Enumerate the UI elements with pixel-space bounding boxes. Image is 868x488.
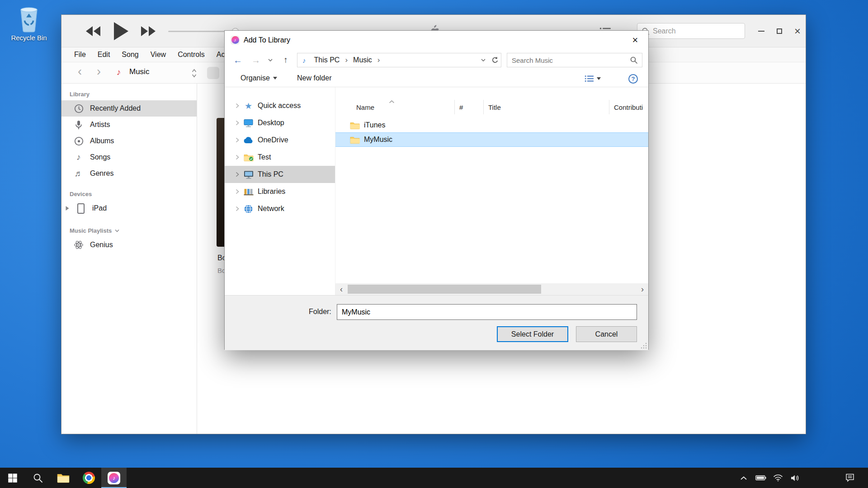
sidebar-item-ipad[interactable]: iPad: [61, 200, 197, 216]
volume-status[interactable]: [787, 468, 804, 488]
start-button[interactable]: [0, 468, 25, 488]
tree-item-libraries[interactable]: Libraries: [225, 183, 335, 200]
menu-item-edit[interactable]: Edit: [92, 51, 116, 59]
tree-item-test[interactable]: Test: [225, 149, 335, 166]
minimize-button[interactable]: [752, 15, 770, 47]
expand-chevron-icon[interactable]: [236, 120, 239, 126]
organise-label: Organise: [241, 74, 270, 82]
sidebar-item-label: Genres: [90, 169, 113, 178]
organise-button[interactable]: Organise: [241, 74, 277, 82]
recent-locations-dropdown[interactable]: [265, 56, 275, 64]
selector-chevrons-icon[interactable]: [192, 68, 197, 78]
playlists-section-header[interactable]: Music Playlists: [70, 227, 197, 234]
back-button[interactable]: ‹: [78, 65, 82, 79]
column-label: #: [459, 103, 463, 111]
file-row-itunes[interactable]: iTunes: [335, 118, 648, 132]
select-folder-button[interactable]: Select Folder: [497, 326, 568, 342]
column-header-name[interactable]: Name: [335, 100, 455, 114]
breadcrumb-separator-icon[interactable]: ›: [341, 56, 351, 65]
folder-name-input[interactable]: [337, 304, 637, 320]
rewind-button[interactable]: [86, 26, 100, 36]
help-button[interactable]: ?: [628, 74, 638, 84]
menu-item-controls[interactable]: Controls: [172, 51, 211, 59]
tree-item-label: Network: [258, 205, 284, 213]
new-folder-button[interactable]: New folder: [297, 74, 331, 82]
disclosure-triangle-icon[interactable]: [65, 206, 70, 211]
column-header-title[interactable]: Title: [484, 100, 609, 114]
maximize-button[interactable]: [770, 15, 788, 47]
nav-up-button[interactable]: ↑: [279, 53, 292, 67]
dialog-search-box[interactable]: [507, 53, 642, 67]
sidebar-item-recently-added[interactable]: Recently Added: [61, 100, 197, 117]
breadcrumb-this-pc[interactable]: This PC: [312, 56, 342, 64]
breadcrumb-separator-icon[interactable]: ›: [374, 56, 384, 65]
cancel-button[interactable]: Cancel: [576, 326, 637, 342]
close-button[interactable]: ×: [788, 15, 807, 47]
sort-ascending-icon: [389, 100, 395, 103]
itunes-search-box[interactable]: [637, 23, 745, 39]
battery-status[interactable]: [752, 468, 769, 488]
folder-icon: [350, 122, 360, 129]
tree-item-onedrive[interactable]: OneDrive: [225, 131, 335, 149]
dialog-titlebar[interactable]: ♪ Add To Library: [225, 31, 648, 49]
devices-section-label: Devices: [70, 191, 92, 197]
expand-chevron-icon[interactable]: [236, 155, 239, 160]
resize-grip[interactable]: [641, 343, 647, 349]
sidebar-item-genius[interactable]: Genius: [61, 237, 197, 253]
nav-forward-button[interactable]: →: [249, 53, 263, 67]
menu-item-song[interactable]: Song: [116, 51, 144, 59]
scroll-right-arrow[interactable]: ›: [637, 283, 648, 295]
network-status[interactable]: [769, 468, 787, 488]
expand-chevron-icon[interactable]: [236, 189, 239, 194]
libraries-icon: [243, 188, 254, 196]
breadcrumb-music[interactable]: Music: [351, 56, 374, 64]
fast-forward-button[interactable]: [141, 26, 156, 36]
taskbar-itunes-button[interactable]: ♪: [101, 468, 127, 488]
taskbar-chrome-button[interactable]: [76, 468, 101, 488]
tree-item-label: This PC: [258, 170, 283, 178]
sidebar-item-genres[interactable]: ♬ Genres: [61, 165, 197, 182]
expand-chevron-icon[interactable]: [236, 172, 239, 177]
column-headers: Name # Title Contributi: [335, 100, 648, 114]
expand-chevron-icon[interactable]: [236, 137, 239, 143]
dialog-close-button[interactable]: ×: [622, 31, 648, 49]
tree-item-this-pc[interactable]: This PC: [225, 166, 335, 183]
nav-back-button[interactable]: ←: [231, 53, 245, 67]
sidebar-item-songs[interactable]: ♪ Songs: [61, 149, 197, 165]
address-bar[interactable]: ♪ This PC › Music ›: [297, 53, 501, 67]
hidden-icons-button[interactable]: [735, 468, 752, 488]
itunes-sidebar: Library Recently Added Artists: [61, 84, 197, 434]
action-center-button[interactable]: [839, 468, 861, 488]
column-header-number[interactable]: #: [455, 100, 484, 114]
expand-chevron-icon[interactable]: [236, 206, 239, 211]
dialog-search-input[interactable]: [512, 56, 627, 64]
sidebar-item-artists[interactable]: Artists: [61, 117, 197, 133]
itunes-search-input[interactable]: [653, 27, 740, 35]
view-options-button[interactable]: [207, 67, 219, 79]
horizontal-scrollbar[interactable]: ‹ ›: [335, 283, 648, 295]
taskbar-file-explorer-button[interactable]: [51, 468, 76, 488]
menu-item-view[interactable]: View: [145, 51, 172, 59]
scrollbar-thumb[interactable]: [348, 285, 541, 294]
star-icon: ★: [243, 102, 254, 110]
expand-chevron-icon[interactable]: [236, 103, 239, 108]
menu-item-file[interactable]: File: [68, 51, 92, 59]
recycle-bin-shortcut[interactable]: Recycle Bin: [7, 5, 51, 42]
tree-item-desktop[interactable]: Desktop: [225, 114, 335, 131]
media-type-selector[interactable]: Music: [129, 67, 149, 76]
refresh-icon[interactable]: [489, 56, 501, 64]
taskbar-search-button[interactable]: [25, 468, 51, 488]
change-view-button[interactable]: [585, 75, 601, 82]
tree-item-network[interactable]: Network: [225, 200, 335, 217]
tree-item-quick-access[interactable]: ★ Quick access: [225, 97, 335, 114]
scroll-left-arrow[interactable]: ‹: [335, 283, 347, 295]
column-header-contributing[interactable]: Contributi: [609, 100, 648, 114]
file-row-mymusic[interactable]: MyMusic: [335, 132, 648, 147]
forward-button[interactable]: ›: [97, 65, 101, 79]
address-dropdown-icon[interactable]: [477, 59, 489, 61]
sidebar-item-albums[interactable]: Albums: [61, 133, 197, 149]
itunes-icon: ♪: [108, 472, 120, 484]
play-button[interactable]: [114, 22, 128, 40]
chevron-down-icon: [115, 229, 119, 232]
folder-icon: [350, 136, 360, 144]
